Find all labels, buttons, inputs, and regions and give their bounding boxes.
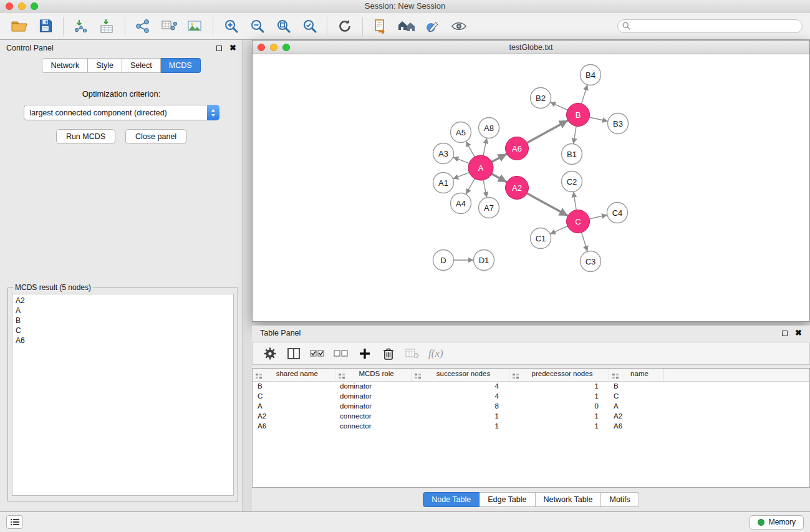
node-B1[interactable]: B1 — [562, 144, 582, 165]
home-button[interactable] — [393, 14, 420, 38]
dropdown-stepper[interactable] — [207, 105, 219, 120]
table-row[interactable]: Cdominator41C — [253, 391, 809, 401]
edge-A6-B[interactable] — [527, 120, 568, 143]
mcds-result-item[interactable]: A6 — [16, 336, 230, 346]
new-network-button[interactable] — [130, 14, 156, 38]
optimization-criterion-select[interactable]: largest connected component (directed) — [24, 105, 219, 120]
add-column-button[interactable] — [355, 344, 375, 363]
mcds-result-item[interactable]: A — [16, 306, 230, 316]
close-panel-icon[interactable]: ✖ — [229, 45, 236, 51]
mcds-result-item[interactable]: C — [16, 326, 230, 336]
export-image-button[interactable] — [182, 14, 208, 38]
minimize-network-window-button[interactable] — [270, 44, 277, 51]
edge-A-A4[interactable] — [466, 178, 475, 194]
mcds-result-item[interactable]: B — [16, 316, 230, 326]
minimize-window-button[interactable] — [18, 2, 26, 10]
edge-A-A8[interactable] — [483, 138, 487, 155]
tab-style[interactable]: Style — [88, 58, 122, 73]
run-mcds-button[interactable]: Run MCDS — [56, 129, 115, 144]
network-canvas[interactable]: B4B2BB3A5A8A6B1A3AA1C2A2A4A7C4CC1C3DD1 — [253, 54, 809, 321]
node-A[interactable]: A — [468, 155, 493, 180]
zoom-network-window-button[interactable] — [282, 44, 290, 51]
zoom-window-button[interactable] — [31, 2, 38, 10]
deselect-all-button[interactable] — [331, 344, 351, 363]
edge-B-B2[interactable] — [550, 102, 567, 110]
tab-network-table[interactable]: Network Table — [536, 492, 602, 507]
column-header-successor-nodes[interactable]: successor nodes — [411, 369, 509, 381]
delete-column-button[interactable] — [378, 344, 398, 363]
node-A3[interactable]: A3 — [433, 143, 454, 164]
node-A2[interactable]: A2 — [506, 177, 529, 200]
edge-A2-C[interactable] — [527, 193, 568, 216]
tab-edge-table[interactable]: Edge Table — [480, 492, 535, 507]
node-A8[interactable]: A8 — [479, 118, 499, 138]
edge-B-B4[interactable] — [582, 85, 588, 104]
search-input[interactable] — [617, 19, 803, 33]
edge-A-A6[interactable] — [492, 154, 507, 162]
edge-A-A2[interactable] — [492, 174, 507, 182]
task-history-button[interactable] — [6, 515, 23, 529]
select-all-button[interactable] — [307, 344, 327, 363]
edge-A-A7[interactable] — [483, 180, 487, 198]
column-header-MCDS-role[interactable]: MCDS role — [335, 369, 411, 381]
node-C3[interactable]: C3 — [581, 251, 601, 272]
close-window-button[interactable] — [6, 2, 13, 10]
node-D1[interactable]: D1 — [474, 250, 494, 271]
column-header-predecessor-nodes[interactable]: predecessor nodes — [509, 369, 609, 381]
node-A4[interactable]: A4 — [451, 193, 471, 214]
tab-mcds[interactable]: MCDS — [161, 58, 201, 73]
memory-button[interactable]: Memory — [750, 515, 804, 530]
edge-C-C4[interactable] — [589, 215, 607, 219]
zoom-selected-button[interactable] — [296, 14, 322, 38]
tab-motifs[interactable]: Motifs — [601, 492, 639, 507]
table-row[interactable]: Adominator80A — [253, 401, 809, 411]
zoom-in-button[interactable] — [218, 14, 244, 38]
edge-C-C3[interactable] — [582, 233, 588, 252]
node-B[interactable]: B — [567, 104, 590, 127]
zoom-fit-button[interactable] — [270, 14, 296, 38]
node-B4[interactable]: B4 — [581, 65, 601, 85]
node-B2[interactable]: B2 — [531, 88, 551, 109]
annotation-mode-button[interactable] — [420, 14, 446, 38]
node-A7[interactable]: A7 — [479, 198, 499, 218]
mcds-result-list[interactable]: A2ABCA6 — [12, 294, 234, 496]
node-C1[interactable]: C1 — [531, 228, 551, 249]
close-panel-button[interactable]: Close panel — [125, 129, 186, 144]
node-D[interactable]: D — [433, 250, 454, 271]
close-network-window-button[interactable] — [258, 44, 265, 51]
edge-B-B3[interactable] — [589, 117, 608, 122]
delete-table-button[interactable] — [402, 344, 422, 363]
import-network-button[interactable] — [68, 14, 94, 38]
network-from-table-button[interactable] — [156, 14, 182, 38]
column-header-shared-name[interactable]: shared name — [253, 369, 335, 381]
import-table-button[interactable] — [94, 14, 120, 38]
tab-network[interactable]: Network — [42, 58, 88, 73]
apply-layout-button[interactable] — [332, 14, 358, 38]
table-row[interactable]: A6connector11A6 — [253, 421, 809, 431]
export-document-button[interactable] — [367, 14, 393, 38]
node-B3[interactable]: B3 — [608, 114, 629, 134]
edge-A-A5[interactable] — [466, 141, 475, 157]
edge-C-C1[interactable] — [550, 226, 567, 235]
tab-select[interactable]: Select — [122, 58, 161, 73]
function-builder-button[interactable]: f(x) — [428, 347, 443, 360]
node-C[interactable]: C — [567, 210, 590, 233]
float-table-panel-icon[interactable] — [782, 331, 788, 336]
edge-A-A1[interactable] — [453, 172, 469, 178]
save-session-button[interactable] — [32, 14, 59, 38]
zoom-out-button[interactable] — [244, 14, 270, 38]
node-C4[interactable]: C4 — [607, 203, 628, 223]
edge-A-A3[interactable] — [453, 157, 469, 163]
edge-C-C2[interactable] — [574, 191, 577, 210]
toggle-visibility-button[interactable] — [446, 14, 472, 38]
tab-node-table[interactable]: Node Table — [423, 492, 480, 507]
node-C2[interactable]: C2 — [562, 172, 582, 192]
table-row[interactable]: A2connector11A2 — [253, 411, 809, 421]
table-row[interactable]: Bdominator41B — [253, 381, 809, 391]
close-table-panel-icon[interactable]: ✖ — [795, 330, 802, 336]
node-A1[interactable]: A1 — [433, 173, 454, 193]
edge-B-B1[interactable] — [574, 126, 577, 143]
column-header-name[interactable]: name — [609, 369, 663, 381]
float-panel-icon[interactable] — [216, 46, 222, 51]
open-session-button[interactable] — [6, 14, 32, 38]
